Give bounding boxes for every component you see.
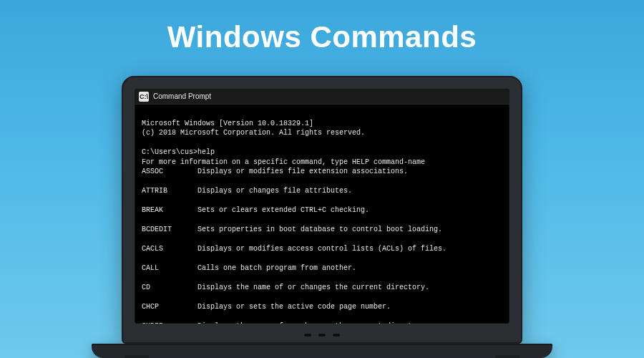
command-desc: Displays or changes file attributes. (197, 186, 504, 196)
laptop-frame: C:\ Command Prompt Microsoft Windows [Ve… (122, 76, 522, 358)
laptop-hinge (304, 334, 340, 337)
table-row: BREAKSets or clears extended CTRL+C chec… (142, 205, 504, 216)
command-name: CACLS (142, 244, 197, 254)
window-title: Command Prompt (153, 92, 211, 100)
command-name: ASSOC (142, 167, 197, 177)
screen: C:\ Command Prompt Microsoft Windows [Ve… (135, 89, 509, 324)
command-desc: Displays or modifies access control list… (197, 244, 504, 254)
table-row: ASSOCDisplays or modifies file extension… (142, 167, 504, 177)
version-line: Microsoft Windows [Version 10.0.18329.1] (142, 120, 313, 127)
terminal-output: Microsoft Windows [Version 10.0.18329.1]… (135, 105, 509, 324)
command-name: BREAK (142, 205, 197, 216)
table-row: CALLCalls one batch program from another… (142, 263, 504, 274)
command-desc: Sets or clears extended CTRL+C checking. (197, 205, 504, 216)
laptop-base (92, 344, 552, 358)
command-name: CALL (142, 263, 197, 274)
laptop-lid: C:\ Command Prompt Microsoft Windows [Ve… (122, 76, 522, 344)
help-intro: For more information on a specific comma… (142, 158, 425, 166)
prompt-line: C:\Users\cus>help (142, 148, 215, 156)
window-titlebar: C:\ Command Prompt (135, 89, 509, 105)
page-title: Windows Commands (0, 0, 644, 54)
table-row: CACLSDisplays or modifies access control… (142, 244, 504, 254)
command-name: CD (142, 283, 197, 293)
command-desc: Displays the name of or changes the curr… (197, 283, 504, 293)
command-desc: Displays or sets the active code page nu… (197, 302, 504, 312)
table-row: BCDEDITSets properties in boot database … (142, 225, 504, 235)
command-name: ATTRIB (142, 186, 197, 196)
command-name: CHDIR (142, 321, 197, 324)
table-row: CDDisplays the name of or changes the cu… (142, 283, 504, 293)
table-row: CHDIRDisplays the name of or changes the… (142, 321, 504, 324)
command-desc: Displays or modifies file extension asso… (197, 167, 504, 177)
command-desc: Calls one batch program from another. (197, 263, 504, 274)
command-desc: Sets properties in boot database to cont… (197, 225, 504, 235)
table-row: CHCPDisplays or sets the active code pag… (142, 302, 504, 312)
command-desc: Displays the name of or changes the curr… (197, 321, 504, 324)
command-name: CHCP (142, 302, 197, 312)
table-row: ATTRIBDisplays or changes file attribute… (142, 186, 504, 196)
cmd-icon: C:\ (139, 92, 149, 102)
copyright-line: (c) 2018 Microsoft Corporation. All righ… (142, 129, 365, 137)
command-name: BCDEDIT (142, 225, 197, 235)
